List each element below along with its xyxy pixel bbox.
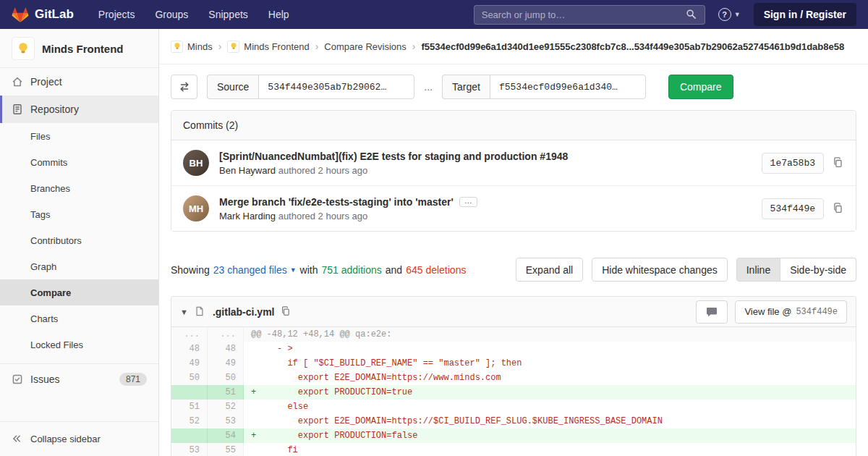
- help-icon: ?: [718, 8, 731, 21]
- commit-title-link[interactable]: Merge branch 'fix/e2e-tests-staging' int…: [219, 196, 454, 208]
- sidebar-subitem-branches[interactable]: Branches: [0, 175, 158, 201]
- avatar[interactable]: MH: [183, 195, 209, 221]
- side-by-side-view-button[interactable]: Side-by-side: [780, 258, 856, 282]
- sidebar-subitem-files[interactable]: Files: [0, 123, 158, 149]
- collapse-sidebar-label: Collapse sidebar: [30, 434, 101, 444]
- additions-count: 751 additions: [322, 264, 382, 276]
- avatar[interactable]: BH: [183, 150, 209, 176]
- old-line-number[interactable]: 53: [171, 443, 208, 456]
- sidebar-subitem-locked-files[interactable]: Locked Files: [0, 332, 158, 358]
- source-ref-input[interactable]: [258, 75, 414, 99]
- inline-view-button[interactable]: Inline: [736, 258, 780, 282]
- nav-groups[interactable]: Groups: [145, 0, 198, 29]
- swap-revisions-button[interactable]: [171, 75, 197, 99]
- diff-line: 53 55 fi: [171, 443, 856, 456]
- gitlab-logo[interactable]: GitLab: [12, 7, 74, 23]
- sign-in-register-button[interactable]: Sign in / Register: [754, 3, 856, 26]
- old-line-number[interactable]: 49: [171, 356, 208, 371]
- expand-commit-message-button[interactable]: …: [459, 197, 477, 207]
- diff-line: 51 52 else: [171, 400, 856, 414]
- nav-projects[interactable]: Projects: [88, 0, 145, 29]
- commit-row: BH [Sprint/NuancedNumbat](fix) E2E tests…: [171, 140, 856, 185]
- hide-whitespace-button[interactable]: Hide whitespace changes: [592, 258, 728, 282]
- sidebar-project-header[interactable]: Minds Frontend: [0, 29, 158, 67]
- commits-panel: Commits (2) BH [Sprint/NuancedNumbat](fi…: [171, 110, 856, 232]
- toggle-comments-button[interactable]: [696, 300, 728, 324]
- project-name: Minds Frontend: [42, 43, 124, 55]
- old-line-number: ...: [171, 327, 208, 342]
- issues-icon: [12, 373, 23, 385]
- target-ref-input[interactable]: [490, 75, 646, 99]
- old-line-number[interactable]: 48: [171, 342, 208, 356]
- issues-count-badge: 871: [119, 373, 147, 386]
- new-line-number[interactable]: 55: [208, 443, 244, 456]
- sidebar-item-project[interactable]: Project: [0, 68, 158, 96]
- breadcrumb-separator: ›: [412, 41, 416, 52]
- diff-line: 52 53 export E2E_DOMAIN=https://$CI_BUIL…: [171, 414, 856, 428]
- commits-panel-title: Commits (2): [171, 111, 856, 140]
- code-line: if [ "$CI_BUILD_REF_NAME" == "master" ];…: [244, 356, 856, 371]
- copy-file-path-button[interactable]: [281, 306, 292, 318]
- file-icon: [195, 306, 206, 318]
- diff-view-toggle: Inline Side-by-side: [736, 258, 856, 282]
- commit-title-link[interactable]: [Sprint/NuancedNumbat](fix) E2E tests fo…: [219, 151, 752, 162]
- top-nav-links: Projects Groups Snippets Help: [88, 0, 299, 29]
- old-line-number[interactable]: 51: [171, 400, 208, 414]
- code-line: else: [244, 400, 856, 414]
- commit-author[interactable]: Ben Hayward: [219, 165, 276, 176]
- source-ref-group: Source: [207, 75, 414, 99]
- sidebar-subitem-charts[interactable]: Charts: [0, 305, 158, 332]
- diff-file-header: ▼ .gitlab-ci.yml: [171, 297, 856, 327]
- old-line-number[interactable]: 50: [171, 371, 208, 385]
- commit-sha-link[interactable]: 1e7a58b3: [762, 153, 824, 174]
- repository-icon: [12, 104, 23, 115]
- target-ref-group: Target: [442, 75, 646, 99]
- view-file-button[interactable]: View file @ 534f449e: [735, 300, 847, 324]
- sidebar-subitem-contributors[interactable]: Contributors: [0, 227, 158, 253]
- sidebar-subitem-compare[interactable]: Compare: [0, 279, 158, 305]
- new-line-number[interactable]: 48: [208, 342, 244, 356]
- commit-meta: Mark Harding authored 2 hours ago: [219, 211, 752, 221]
- copy-icon: [281, 306, 292, 318]
- global-search[interactable]: [474, 5, 705, 25]
- sidebar-subitem-commits[interactable]: Commits: [0, 149, 158, 175]
- sidebar-subitem-graph[interactable]: Graph: [0, 253, 158, 279]
- breadcrumb-group[interactable]: Minds: [171, 41, 213, 53]
- new-line-number[interactable]: 54: [208, 428, 244, 443]
- search-input[interactable]: [482, 9, 686, 20]
- old-line-number[interactable]: [171, 428, 208, 443]
- breadcrumb-current-revisions: f5534ecf0d99e6a1d340d1ee91555c2308fcb7c8…: [421, 41, 844, 52]
- breadcrumb-separator: ›: [218, 41, 222, 52]
- nav-snippets[interactable]: Snippets: [198, 0, 258, 29]
- sidebar-item-label: Repository: [30, 104, 79, 115]
- sidebar-item-label: Issues: [30, 373, 59, 385]
- new-line-number[interactable]: 53: [208, 414, 244, 428]
- sidebar-item-issues[interactable]: Issues 871: [0, 364, 158, 394]
- new-line-number[interactable]: 52: [208, 400, 244, 414]
- copy-sha-button[interactable]: [833, 157, 844, 169]
- help-menu[interactable]: ? ▼: [718, 8, 741, 21]
- copy-sha-button[interactable]: [833, 203, 844, 214]
- nav-help[interactable]: Help: [258, 0, 299, 29]
- new-line-number[interactable]: 51: [208, 385, 244, 400]
- expand-all-button[interactable]: Expand all: [516, 258, 583, 282]
- diff-table: ... ... @@ -48,12 +48,14 @@ qa:e2e: 48 4…: [171, 327, 856, 456]
- changed-files-dropdown[interactable]: 23 changed files ▼: [213, 264, 297, 276]
- commit-author[interactable]: Mark Harding: [219, 211, 276, 221]
- ref-range-separator: ...: [424, 81, 433, 93]
- swap-arrows-icon: [179, 81, 190, 93]
- collapse-sidebar-button[interactable]: Collapse sidebar: [0, 421, 158, 456]
- diff-hunk-row: ... ... @@ -48,12 +48,14 @@ qa:e2e:: [171, 327, 856, 342]
- old-line-number[interactable]: [171, 385, 208, 400]
- new-line-number[interactable]: 49: [208, 356, 244, 371]
- breadcrumb-page[interactable]: Compare Revisions: [324, 41, 406, 52]
- old-line-number[interactable]: 52: [171, 414, 208, 428]
- home-icon: [12, 76, 23, 88]
- collapse-diff-button caret-down-icon[interactable]: ▼: [180, 308, 188, 316]
- sidebar-subitem-tags[interactable]: Tags: [0, 201, 158, 227]
- commit-sha-link[interactable]: 534f449e: [762, 198, 824, 219]
- sidebar-item-repository[interactable]: Repository: [0, 96, 158, 123]
- breadcrumb-project[interactable]: Minds Frontend: [227, 41, 309, 53]
- new-line-number[interactable]: 50: [208, 371, 244, 385]
- compare-button[interactable]: Compare: [668, 75, 733, 99]
